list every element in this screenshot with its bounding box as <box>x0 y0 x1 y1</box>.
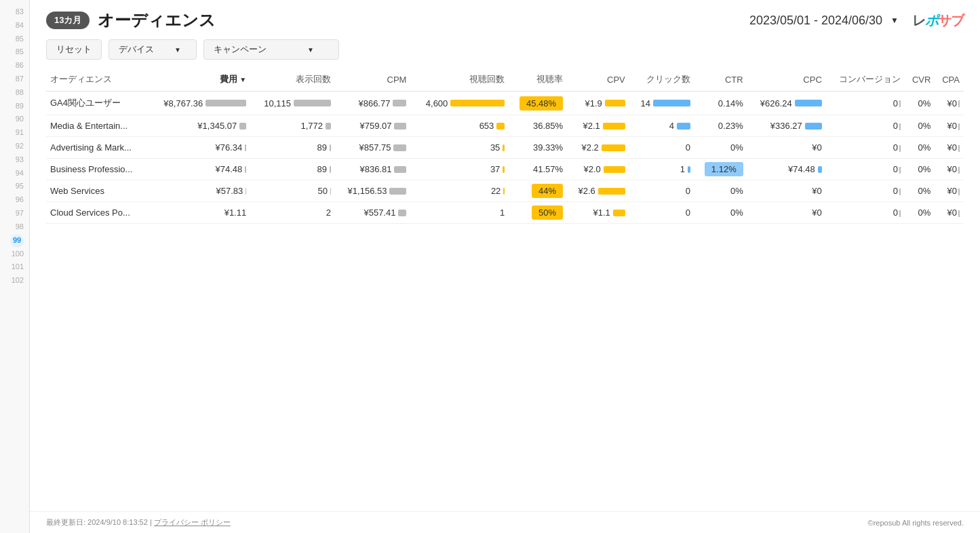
cell-impressions: 89 <box>250 137 335 159</box>
header-right: 2023/05/01 - 2024/06/30 ▼ レポサブ <box>749 12 964 30</box>
table-row[interactable]: Web Services ¥57.83 50 ¥1,156.53 22 44% … <box>46 180 964 202</box>
col-header-ctr[interactable]: CTR <box>694 68 747 92</box>
cell-cpa: ¥0 <box>935 115 964 137</box>
cell-cpm: ¥1,156.53 <box>335 180 410 202</box>
footer-left: 最終更新日: 2024/9/10 8:13:52 | プライバシー ポリシー <box>46 517 231 528</box>
cell-viewrate: 41.57% <box>509 159 567 180</box>
cell-audience: GA4関心ユーザー <box>46 92 148 115</box>
col-header-impressions[interactable]: 表示回数 <box>250 68 335 92</box>
col-header-cpa[interactable]: CPA <box>935 68 964 92</box>
cell-views: 653 <box>410 115 509 137</box>
col-header-cost[interactable]: 費用 ▼ <box>148 68 250 92</box>
table-row[interactable]: Media & Entertain... ¥1,345.07 1,772 ¥75… <box>46 115 964 137</box>
col-header-audience[interactable]: オーディエンス <box>46 68 148 92</box>
cell-cost: ¥76.34 <box>148 137 250 159</box>
cell-cpa: ¥0 <box>935 180 964 202</box>
row-num: 87 <box>0 73 24 86</box>
row-num: 85 <box>0 33 24 46</box>
cell-clicks: 0 <box>629 180 694 202</box>
cell-viewrate: 36.85% <box>509 115 567 137</box>
cell-cpc: ¥0 <box>747 180 826 202</box>
cell-ctr: 0% <box>694 137 747 159</box>
cell-cost: ¥57.83 <box>148 180 250 202</box>
cell-cpv: ¥1.9 <box>567 92 629 115</box>
table-row[interactable]: Business Professio... ¥74.48 89 ¥836.81 … <box>46 159 964 180</box>
row-num: 99 <box>10 234 24 248</box>
privacy-link[interactable]: プライバシー ポリシー <box>154 518 231 526</box>
col-header-cpc[interactable]: CPC <box>747 68 826 92</box>
copyright: ©reposub All rights reserved. <box>868 519 964 527</box>
table-row[interactable]: Cloud Services Po... ¥1.11 2 ¥557.41 1 5… <box>46 202 964 224</box>
cell-ctr: 0% <box>694 202 747 224</box>
cell-viewrate: 45.48% <box>509 92 567 115</box>
cell-cvr: 0% <box>905 159 935 180</box>
row-num: 90 <box>0 113 24 126</box>
row-num: 94 <box>0 167 24 180</box>
row-num: 92 <box>0 140 24 153</box>
cell-ctr: 0.23% <box>694 115 747 137</box>
cell-cpc: ¥336.27 <box>747 115 826 137</box>
cell-audience: Cloud Services Po... <box>46 202 148 224</box>
row-num: 100 <box>0 248 24 261</box>
cell-viewrate: 44% <box>509 180 567 202</box>
col-header-cpv[interactable]: CPV <box>567 68 629 92</box>
cell-cvr: 0% <box>905 202 935 224</box>
cell-impressions: 1,772 <box>250 115 335 137</box>
row-num: 93 <box>0 153 24 167</box>
row-num: 86 <box>0 59 24 73</box>
device-dropdown[interactable]: デバイス ▼ <box>109 39 197 60</box>
col-header-views[interactable]: 視聴回数 <box>410 68 509 92</box>
col-header-cvr[interactable]: CVR <box>905 68 935 92</box>
cell-impressions: 50 <box>250 180 335 202</box>
cell-cpa: ¥0 <box>935 202 964 224</box>
cell-cpm: ¥857.75 <box>335 137 410 159</box>
cell-cpv: ¥2.0 <box>567 159 629 180</box>
cell-clicks: 0 <box>629 202 694 224</box>
row-numbers-sidebar: 83 84 85 85 86 87 88 89 90 91 92 93 94 9… <box>0 0 30 533</box>
col-header-conversions[interactable]: コンバージョン <box>826 68 905 92</box>
cell-cvr: 0% <box>905 92 935 115</box>
row-num: 97 <box>0 207 24 220</box>
cell-conversions: 0 <box>826 137 905 159</box>
cell-cpc: ¥0 <box>747 137 826 159</box>
row-num: 91 <box>0 126 24 140</box>
campaign-dropdown[interactable]: キャンペーン ▼ <box>203 39 339 60</box>
cell-conversions: 0 <box>826 92 905 115</box>
last-updated: 最終更新日: 2024/9/10 8:13:52 <box>46 518 148 526</box>
row-num: 102 <box>0 274 24 288</box>
reset-button[interactable]: リセット <box>46 39 102 60</box>
table-container: オーディエンス 費用 ▼ 表示回数 CPM 視聴回数 視聴率 CPV クリック数… <box>30 68 980 224</box>
cell-audience: Media & Entertain... <box>46 115 148 137</box>
row-num: 89 <box>0 100 24 113</box>
cell-impressions: 10,115 <box>250 92 335 115</box>
table-row[interactable]: GA4関心ユーザー ¥8,767.36 10,115 ¥866.77 4,600… <box>46 92 964 115</box>
cell-cpa: ¥0 <box>935 159 964 180</box>
table-row[interactable]: Advertising & Mark... ¥76.34 89 ¥857.75 … <box>46 137 964 159</box>
cell-cost: ¥1,345.07 <box>148 115 250 137</box>
toolbar: リセット デバイス ▼ キャンペーン ▼ <box>30 37 980 68</box>
cell-clicks: 4 <box>629 115 694 137</box>
cell-clicks: 14 <box>629 92 694 115</box>
cell-views: 1 <box>410 202 509 224</box>
col-header-clicks[interactable]: クリック数 <box>629 68 694 92</box>
cell-ctr: 0% <box>694 180 747 202</box>
header-left: 13カ月 オーディエンス <box>46 9 216 31</box>
date-range-dropdown-icon[interactable]: ▼ <box>890 16 899 25</box>
cell-cpm: ¥836.81 <box>335 159 410 180</box>
cell-audience: Business Professio... <box>46 159 148 180</box>
row-num: 85 <box>0 45 24 59</box>
device-dropdown-icon: ▼ <box>174 46 181 54</box>
cell-cpm: ¥759.07 <box>335 115 410 137</box>
cell-views: 35 <box>410 137 509 159</box>
cell-cpa: ¥0 <box>935 137 964 159</box>
col-header-viewrate[interactable]: 視聴率 <box>509 68 567 92</box>
cell-viewrate: 39.33% <box>509 137 567 159</box>
cell-clicks: 0 <box>629 137 694 159</box>
cell-ctr: 1.12% <box>694 159 747 180</box>
col-header-cpm[interactable]: CPM <box>335 68 410 92</box>
cell-cost: ¥74.48 <box>148 159 250 180</box>
row-num: 88 <box>0 86 24 100</box>
cell-cvr: 0% <box>905 137 935 159</box>
cell-cost: ¥8,767.36 <box>148 92 250 115</box>
cell-conversions: 0 <box>826 202 905 224</box>
